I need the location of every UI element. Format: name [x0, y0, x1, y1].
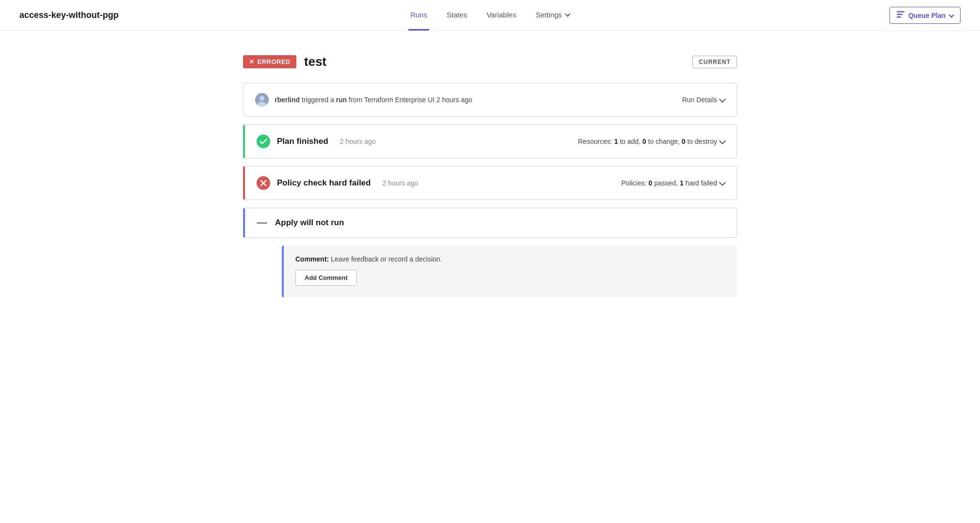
plan-label: Plan finished	[277, 137, 328, 146]
svg-point-4	[260, 96, 264, 101]
policy-details-toggle[interactable]: Policies: 0 passed, 1 hard failed	[621, 179, 725, 187]
run-name: test	[304, 54, 326, 69]
svg-rect-1	[897, 14, 903, 15]
run-details-chevron-icon	[719, 95, 726, 102]
queue-plan-button[interactable]: Queue Plan	[889, 7, 961, 24]
tab-variables[interactable]: Variables	[485, 0, 518, 31]
trigger-card-body: rberlind triggered a run from Terraform …	[244, 83, 736, 116]
svg-rect-0	[897, 11, 904, 13]
apply-card: Apply will not run	[243, 208, 737, 238]
trigger-text: rberlind triggered a run from Terraform …	[275, 96, 472, 104]
avatar	[255, 93, 269, 107]
apply-card-body: Apply will not run	[245, 208, 736, 237]
trigger-card: rberlind triggered a run from Terraform …	[243, 83, 737, 117]
run-details-toggle[interactable]: Run Details	[682, 96, 725, 104]
plan-finished-card: Plan finished 2 hours ago Resources: 1 t…	[243, 124, 737, 158]
apply-label: Apply will not run	[275, 218, 344, 228]
plan-card-left: Plan finished 2 hours ago	[257, 135, 376, 148]
errored-badge: ✕ ERRORED	[243, 55, 296, 68]
tab-settings[interactable]: Settings	[534, 0, 571, 31]
comment-label: Comment: Leave feedback or record a deci…	[295, 255, 725, 263]
svg-rect-2	[897, 16, 901, 18]
plan-time: 2 hours ago	[340, 138, 376, 145]
header-right: Queue Plan	[889, 7, 961, 24]
settings-chevron-icon	[565, 11, 570, 16]
trigger-info: rberlind triggered a run from Terraform …	[255, 93, 472, 107]
plan-card-body: Plan finished 2 hours ago Resources: 1 t…	[245, 125, 736, 158]
plan-success-icon	[257, 135, 270, 148]
policy-check-card: Policy check hard failed 2 hours ago Pol…	[243, 166, 737, 200]
plan-resources-toggle[interactable]: Resources: 1 to add, 0 to change, 0 to d…	[578, 138, 725, 145]
policy-fail-icon	[257, 176, 270, 190]
nav-tabs: Runs States Variables Settings	[408, 0, 571, 31]
trigger-middle-text: triggered a run from Terraform Enterpris…	[302, 96, 436, 104]
comment-section-wrapper: Comment: Leave feedback or record a deci…	[262, 246, 737, 297]
page-title: access-key-without-pgp	[19, 10, 119, 20]
run-title-left: ✕ ERRORED test	[243, 54, 326, 69]
policy-label: Policy check hard failed	[277, 178, 371, 188]
policy-time: 2 hours ago	[383, 179, 418, 187]
comment-section: Comment: Leave feedback or record a deci…	[282, 246, 737, 297]
queue-plan-icon	[897, 11, 904, 19]
header: access-key-without-pgp Runs States Varia…	[0, 0, 980, 31]
tab-runs[interactable]: Runs	[408, 0, 429, 31]
policy-card-left: Policy check hard failed 2 hours ago	[257, 176, 418, 190]
dash-icon	[257, 222, 267, 224]
plan-chevron-icon	[719, 137, 726, 144]
main-content: ✕ ERRORED test CURRENT rberlind trigger	[224, 31, 756, 317]
add-comment-button[interactable]: Add Comment	[295, 270, 357, 286]
policy-card-body: Policy check hard failed 2 hours ago Pol…	[245, 167, 736, 200]
tab-states[interactable]: States	[444, 0, 469, 31]
policy-chevron-icon	[719, 179, 726, 185]
errored-x-icon: ✕	[249, 58, 255, 65]
current-badge: CURRENT	[692, 56, 737, 68]
queue-plan-chevron-icon	[949, 12, 954, 17]
run-title-row: ✕ ERRORED test CURRENT	[243, 54, 737, 69]
